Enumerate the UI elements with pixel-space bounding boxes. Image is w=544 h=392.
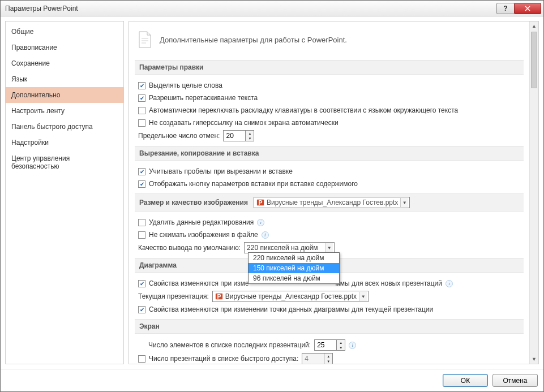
info-icon[interactable]: i <box>257 219 264 226</box>
cancel-button[interactable]: Отмена <box>492 374 538 387</box>
powerpoint-icon: P <box>215 292 223 300</box>
spin-up-icon[interactable]: ▲ <box>337 340 345 345</box>
close-button[interactable] <box>514 3 541 14</box>
svg-text:P: P <box>258 199 262 206</box>
spin-up-icon[interactable]: ▲ <box>246 131 254 136</box>
image-file-combo[interactable]: P Вирусные тренды_Александр Гостев.pptx … <box>254 197 410 208</box>
window-title: Параметры PowerPoint <box>5 5 497 12</box>
lbl-undo-limit: Предельное число отмен: <box>138 132 220 140</box>
chk-no-hyperlink[interactable] <box>138 119 145 127</box>
quality-combo[interactable]: 220 пикселей на дюйм ▼ <box>244 242 335 253</box>
scrollbar[interactable]: ▲ ▼ <box>529 21 538 364</box>
lbl-spaces: Учитывать пробелы при вырезании и вставк… <box>149 167 293 175</box>
sidebar-item-general[interactable]: Общие <box>6 24 123 40</box>
lbl-discard: Удалить данные редактирования <box>149 218 254 226</box>
info-icon[interactable]: i <box>349 342 356 349</box>
section-clipboard-title: Вырезание, копирование и вставка <box>135 146 524 161</box>
chk-nocompress[interactable] <box>138 231 145 239</box>
quick-input <box>302 354 324 364</box>
recent-input[interactable] <box>315 340 336 350</box>
chevron-down-icon: ▼ <box>359 292 367 301</box>
quality-option-220[interactable]: 220 пикселей на дюйм <box>249 253 339 263</box>
sidebar-item-save[interactable]: Сохранение <box>6 55 123 71</box>
quality-dropdown: 220 пикселей на дюйм 150 пикселей на дюй… <box>248 252 340 284</box>
lbl-auto-kbd: Автоматически переключать раскладку клав… <box>149 106 458 114</box>
undo-input[interactable] <box>224 131 245 141</box>
powerpoint-icon: P <box>256 199 264 206</box>
chk-quick-access[interactable] <box>138 355 145 363</box>
close-icon <box>525 6 530 11</box>
options-dialog: Параметры PowerPoint ? Общие Правописани… <box>0 0 544 392</box>
chk-chart-current[interactable] <box>138 306 145 313</box>
svg-text:P: P <box>217 293 221 300</box>
quality-option-96[interactable]: 96 пикселей на дюйм <box>249 273 339 283</box>
ok-button[interactable]: ОК <box>443 374 488 387</box>
spin-down-icon[interactable]: ▼ <box>337 345 345 350</box>
titlebar: Параметры PowerPoint ? <box>1 1 543 16</box>
chk-paste-btn[interactable] <box>138 180 145 188</box>
chevron-down-icon: ▼ <box>325 243 333 252</box>
main-panel: Дополнительные параметры для работы с Po… <box>128 21 539 364</box>
quality-value: 220 пикселей на дюйм <box>247 244 323 252</box>
lbl-quality: Качество вывода по умолчанию: <box>138 244 241 252</box>
chk-auto-kbd[interactable] <box>138 107 145 114</box>
sidebar-item-proofing[interactable]: Правописание <box>6 40 123 55</box>
recent-spinner[interactable]: ▲▼ <box>314 339 345 351</box>
info-icon[interactable]: i <box>262 231 269 239</box>
page-heading: Дополнительные параметры для работы с Po… <box>160 36 347 44</box>
lbl-paste-btn: Отображать кнопку параметров вставки при… <box>149 180 358 188</box>
sidebar: Общие Правописание Сохранение Язык Допол… <box>5 21 124 364</box>
lbl-chart-current: Свойства изменяются при изменении точки … <box>149 305 433 313</box>
sidebar-item-advanced[interactable]: Дополнительно <box>6 87 123 103</box>
chk-select-words[interactable] <box>138 82 145 89</box>
current-pres-combo[interactable]: P Вирусные тренды_Александр Гостев.pptx … <box>212 291 369 302</box>
lbl-nocompress: Не сжимать изображения в файле <box>149 231 258 239</box>
scroll-up-icon[interactable]: ▲ <box>530 21 538 31</box>
scroll-thumb[interactable] <box>531 32 537 88</box>
sidebar-item-language[interactable]: Язык <box>6 71 123 87</box>
spin-down-icon[interactable]: ▼ <box>246 136 254 141</box>
sidebar-item-trust[interactable]: Центр управления безопасностью <box>6 150 123 174</box>
chk-drag-drop[interactable] <box>138 94 145 102</box>
undo-spinner[interactable]: ▲▼ <box>223 130 254 141</box>
chk-discard[interactable] <box>138 219 145 226</box>
sidebar-item-ribbon[interactable]: Настроить ленту <box>6 103 123 119</box>
lbl-drag-drop: Разрешить перетаскивание текста <box>149 94 258 102</box>
lbl-no-hyperlink: Не создавать гиперссылку на снимок экран… <box>149 119 339 127</box>
image-file-value: Вирусные тренды_Александр Гостев.pptx <box>267 199 398 206</box>
spin-down-icon: ▼ <box>324 359 332 364</box>
help-button[interactable]: ? <box>496 3 515 14</box>
section-image-title: Размер и качество изображения P Вирусные… <box>135 193 524 212</box>
current-pres-value: Вирусные тренды_Александр Гостев.pptx <box>225 292 357 300</box>
page-icon <box>137 31 153 49</box>
chevron-down-icon: ▼ <box>400 198 408 207</box>
scroll-down-icon[interactable]: ▼ <box>530 355 538 364</box>
lbl-select-words: Выделять целые слова <box>149 81 222 89</box>
footer: ОК Отмена <box>1 369 543 391</box>
section-image-label: Размер и качество изображения <box>139 199 248 206</box>
chk-chart-allnew[interactable] <box>138 280 145 287</box>
lbl-recent: Число элементов в списке последних презе… <box>138 341 311 349</box>
quick-spinner: ▲▼ <box>302 353 333 364</box>
lbl-current-pres: Текущая презентация: <box>138 292 209 300</box>
sidebar-item-qat[interactable]: Панель быстрого доступа <box>6 119 123 135</box>
info-icon[interactable]: i <box>446 280 453 287</box>
quality-option-150[interactable]: 150 пикселей на дюйм <box>249 263 339 273</box>
chk-spaces[interactable] <box>138 168 145 175</box>
section-screen-title: Экран <box>135 319 524 334</box>
spin-up-icon: ▲ <box>324 354 332 359</box>
section-edit-title: Параметры правки <box>135 60 524 75</box>
sidebar-item-addins[interactable]: Надстройки <box>6 135 123 150</box>
lbl-quick-access: Число презентаций в списке быстрого дост… <box>149 355 298 363</box>
